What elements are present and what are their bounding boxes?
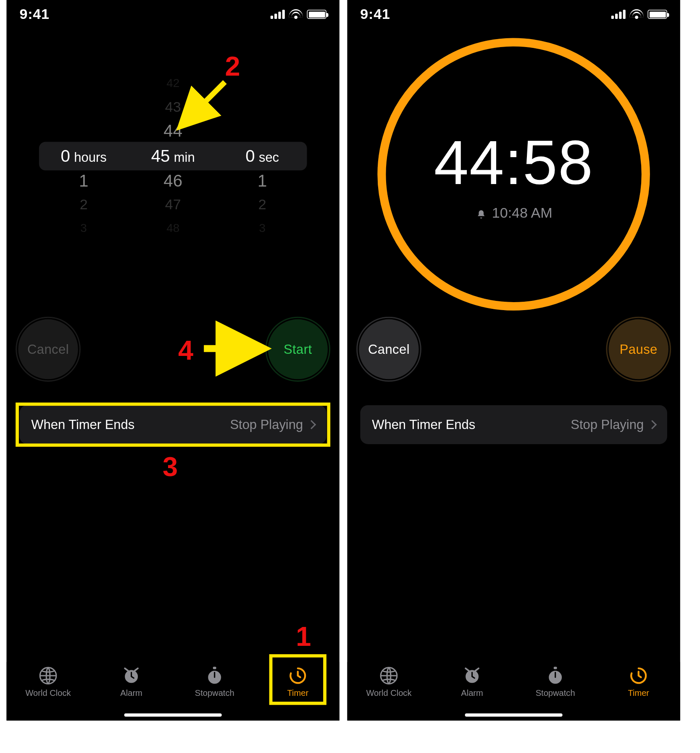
picker-seconds[interactable]: 0 sec 1 2 3 (218, 71, 307, 240)
picker-hours[interactable]: 0 hours 1 2 3 (39, 71, 129, 240)
tab-world-clock[interactable]: World Clock (347, 666, 430, 709)
when-timer-ends-row[interactable]: When Timer Ends Stop Playing (19, 405, 326, 444)
callout-4: 4 (178, 335, 193, 366)
tab-alarm[interactable]: Alarm (90, 666, 173, 709)
phone-timer-setup: 9:41 0 hours (6, 0, 339, 721)
callout-2: 2 (225, 51, 240, 82)
picker-minutes[interactable]: 42 43 44 45 min 46 47 48 (128, 71, 218, 240)
callout-4-arrow (200, 337, 260, 361)
status-time: 9:41 (360, 6, 390, 23)
globe-icon (38, 666, 58, 685)
tab-stopwatch[interactable]: Stopwatch (514, 666, 597, 709)
tab-bar: World Clock Alarm (347, 662, 680, 720)
tab-timer[interactable]: Timer (256, 666, 339, 709)
callout-1: 1 (296, 621, 311, 652)
timer-icon (629, 666, 648, 685)
when-timer-ends-row[interactable]: When Timer Ends Stop Playing (360, 405, 667, 444)
countdown-ring: 44:58 10:48 AM (373, 34, 654, 315)
status-bar: 9:41 (6, 0, 339, 29)
cancel-button[interactable]: Cancel (18, 319, 78, 379)
tab-timer[interactable]: Timer (597, 666, 680, 709)
cancel-button[interactable]: Cancel (359, 319, 418, 379)
timer-icon (288, 666, 308, 685)
status-time: 9:41 (19, 6, 49, 23)
signal-icon (611, 10, 626, 19)
wifi-icon (289, 9, 303, 20)
tab-alarm[interactable]: Alarm (431, 666, 514, 709)
home-indicator[interactable] (124, 714, 222, 717)
chevron-right-icon (307, 420, 316, 429)
signal-icon (271, 10, 285, 19)
chevron-right-icon (647, 420, 657, 429)
time-remaining: 44:58 (434, 127, 594, 198)
phone-timer-running: 9:41 44:58 (347, 0, 680, 721)
svg-rect-11 (554, 667, 557, 669)
battery-icon (647, 10, 667, 19)
start-button[interactable]: Start (268, 319, 328, 379)
when-timer-ends-label: When Timer Ends (31, 417, 134, 432)
when-timer-ends-value: Stop Playing (230, 417, 303, 432)
home-indicator[interactable] (465, 714, 563, 717)
alarm-clock-icon (121, 666, 141, 685)
tab-world-clock[interactable]: World Clock (6, 666, 89, 709)
end-time: 10:48 AM (475, 205, 553, 221)
pause-button[interactable]: Pause (609, 319, 668, 379)
alarm-clock-icon (462, 666, 482, 685)
globe-icon (379, 666, 398, 685)
status-bar: 9:41 (347, 0, 680, 29)
duration-picker[interactable]: 0 hours 1 2 3 42 43 44 45 (6, 71, 339, 240)
stopwatch-icon (205, 666, 224, 685)
tab-bar: World Clock Alarm (6, 662, 339, 720)
tab-stopwatch[interactable]: Stopwatch (173, 666, 256, 709)
callout-3: 3 (163, 451, 178, 482)
battery-icon (307, 10, 326, 19)
bell-icon (475, 208, 487, 219)
svg-rect-3 (213, 667, 216, 669)
stopwatch-icon (545, 666, 565, 685)
wifi-icon (629, 9, 644, 20)
